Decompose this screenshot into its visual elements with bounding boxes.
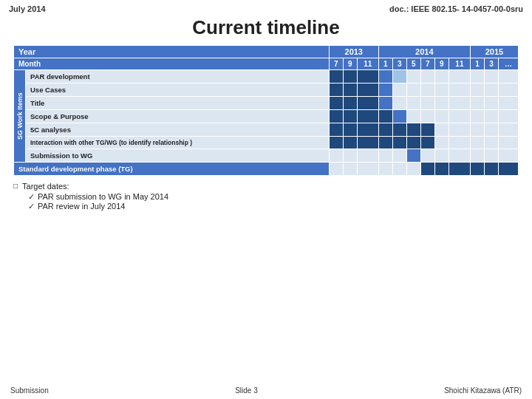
table-row: Use Cases — [14, 83, 519, 97]
cell — [498, 97, 518, 110]
cell — [484, 123, 498, 137]
cell — [498, 70, 518, 83]
month-11b: 11 — [449, 58, 470, 70]
cell — [392, 97, 406, 110]
cell — [357, 163, 378, 176]
sub-bullet-1: ✓ PAR submission to WG in May 2014 — [28, 192, 519, 202]
cell — [470, 163, 484, 176]
cell — [484, 149, 498, 163]
cell — [406, 137, 420, 149]
cell — [378, 123, 392, 137]
cell — [470, 97, 484, 110]
cell — [434, 123, 449, 137]
cell — [392, 110, 406, 123]
cell — [378, 149, 392, 163]
cell — [470, 149, 484, 163]
bottom-right: Shoichi Kitazawa (ATR) — [444, 386, 522, 395]
month-row: Month 7 9 11 1 3 5 7 9 11 1 3 … — [14, 58, 519, 70]
cell — [434, 137, 449, 149]
cell — [392, 83, 406, 97]
cell — [343, 83, 357, 97]
row-scope-label: Scope & Purpose — [26, 110, 330, 123]
cell — [329, 137, 343, 149]
cell — [434, 110, 449, 123]
cell — [470, 83, 484, 97]
month-3a: 3 — [392, 58, 406, 70]
standard-label: Standard development phase (TG) — [14, 163, 330, 176]
month-dots: … — [498, 58, 518, 70]
cell — [449, 110, 470, 123]
cell — [357, 97, 378, 110]
check-icon-2: ✓ — [28, 202, 35, 211]
cell — [357, 123, 378, 137]
cell — [406, 123, 420, 137]
month-label-cell: Month — [14, 58, 330, 70]
sg-work-items-label: SG Work Items — [14, 70, 26, 163]
table-row: Title — [14, 97, 519, 110]
header-right: doc.: IEEE 802.15- 14-0457-00-0sru — [389, 4, 523, 13]
cell — [343, 123, 357, 137]
bottom-center: Slide 3 — [235, 386, 258, 395]
cell — [343, 110, 357, 123]
month-1b: 1 — [470, 58, 484, 70]
year-2015: 2015 — [470, 46, 518, 58]
row-usecases-label: Use Cases — [26, 83, 330, 97]
sub-bullet-2: ✓ PAR review in July 2014 — [28, 202, 519, 211]
target-dates-bullet: □ Target dates: — [13, 182, 519, 191]
sub-item-1: PAR submission to WG in May 2014 — [38, 192, 168, 201]
month-9b: 9 — [434, 58, 449, 70]
cell — [378, 163, 392, 176]
cell — [357, 110, 378, 123]
table-row: Scope & Purpose — [14, 110, 519, 123]
cell — [420, 70, 434, 83]
cell — [434, 149, 449, 163]
cell — [498, 83, 518, 97]
cell — [343, 137, 357, 149]
cell — [420, 83, 434, 97]
year-2014: 2014 — [378, 46, 470, 58]
cell — [484, 137, 498, 149]
cell — [484, 83, 498, 97]
cell — [420, 97, 434, 110]
cell — [434, 97, 449, 110]
cell — [329, 83, 343, 97]
table-row: SG Work Items PAR development — [14, 70, 519, 83]
row-par-label: PAR development — [26, 70, 330, 83]
cell — [378, 110, 392, 123]
cell — [392, 123, 406, 137]
row-5c-label: 5C analyses — [26, 123, 330, 137]
cell — [449, 163, 470, 176]
table-row: Interaction with other TG/WG (to identif… — [14, 137, 519, 149]
cell — [378, 70, 392, 83]
cell — [343, 149, 357, 163]
cell — [434, 70, 449, 83]
cell — [470, 137, 484, 149]
cell — [449, 123, 470, 137]
month-11a: 11 — [357, 58, 378, 70]
cell — [484, 70, 498, 83]
footer-section: □ Target dates: ✓ PAR submission to WG i… — [13, 182, 519, 211]
cell — [343, 70, 357, 83]
bottom-left: Submission — [10, 386, 49, 395]
cell — [449, 83, 470, 97]
cell — [357, 149, 378, 163]
cell — [449, 70, 470, 83]
cell — [392, 137, 406, 149]
footer-bottom: Submission Slide 3 Shoichi Kitazawa (ATR… — [0, 386, 532, 395]
row-interaction-label: Interaction with other TG/WG (to identif… — [26, 137, 330, 149]
month-7a: 7 — [329, 58, 343, 70]
row-submission-label: Submission to WG — [26, 149, 330, 163]
cell — [470, 123, 484, 137]
standard-row: Standard development phase (TG) — [14, 163, 519, 176]
month-9a: 9 — [343, 58, 357, 70]
cell — [406, 163, 420, 176]
square-icon: □ — [13, 182, 18, 190]
cell — [449, 137, 470, 149]
cell — [434, 83, 449, 97]
cell — [420, 123, 434, 137]
cell — [357, 70, 378, 83]
cell — [378, 137, 392, 149]
cell — [406, 149, 420, 163]
year-2013: 2013 — [329, 46, 378, 58]
page-title: Current timeline — [0, 16, 532, 39]
